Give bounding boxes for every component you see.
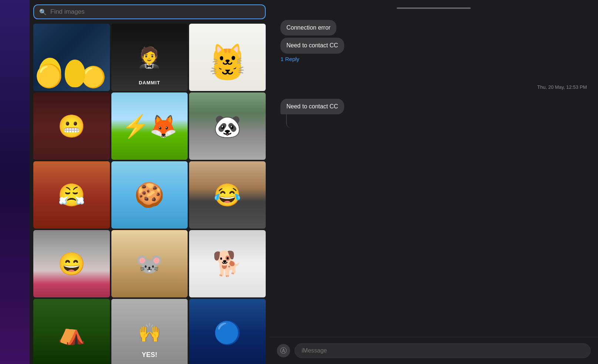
gif-search-input[interactable] xyxy=(50,8,260,16)
gif-item[interactable]: 🐕 xyxy=(189,230,266,297)
search-bar[interactable]: 🔍 xyxy=(33,4,266,19)
gif-pink-overlay: 😄 xyxy=(33,230,110,297)
gif-item[interactable]: 🐱 xyxy=(189,24,266,91)
gif-garfield-overlay: 🐱 xyxy=(189,24,266,91)
gif-item[interactable]: 😤 xyxy=(33,161,110,229)
gif-panda-overlay: 🐼 xyxy=(189,92,266,160)
gif-item[interactable]: ⚡🦊 xyxy=(111,92,188,160)
chat-input-area: Ⓐ xyxy=(269,337,598,364)
gif-item[interactable]: 🔵 xyxy=(189,299,266,364)
reply-link[interactable]: 1 Reply xyxy=(280,56,299,62)
gif-samoyed-overlay: 🐕 xyxy=(189,230,266,297)
gif-item[interactable]: 😄 xyxy=(33,230,110,297)
gif-blue-overlay: 🔵 xyxy=(189,299,266,364)
message-bubble-connection-error: Connection error xyxy=(280,20,336,36)
gif-laugh-overlay: 😂 xyxy=(189,161,266,229)
gif-minions-overlay: 🟡 🟡 xyxy=(33,24,110,91)
chat-messages: Connection error Need to contact CC 1 Re… xyxy=(269,0,598,337)
message-text: Need to contact CC xyxy=(286,103,338,109)
scroll-indicator xyxy=(397,7,471,9)
gif-pikachu-overlay: ⚡🦊 xyxy=(111,92,188,160)
message-bubble-received: Need to contact CC xyxy=(280,99,344,114)
gif-item[interactable]: 🙌 YES! xyxy=(111,299,188,364)
message-bubble-contact-cc: Need to contact CC xyxy=(280,38,344,53)
message-timestamp: Thu, 20 May, 12:53 PM xyxy=(280,84,587,90)
gif-item[interactable]: #FALLONTO 🤵 DAMMIT xyxy=(111,24,188,91)
gif-tent-overlay: ⛺ xyxy=(33,299,110,364)
app-store-button[interactable]: Ⓐ xyxy=(277,344,290,357)
gif-anime-overlay: 😤 xyxy=(33,161,110,229)
gif-item[interactable]: ⛺ xyxy=(33,299,110,364)
gif-item[interactable]: 🐭 xyxy=(111,230,188,297)
message-tail xyxy=(286,113,293,128)
gif-grid: 🟡 🟡 #FALLONTO 🤵 DAMMIT 🐱 😬 ⚡🦊 xyxy=(33,24,266,364)
sidebar xyxy=(0,0,30,364)
gif-item[interactable]: 🍪 xyxy=(111,161,188,229)
search-icon: 🔍 xyxy=(39,9,47,16)
chat-area: Connection error Need to contact CC 1 Re… xyxy=(269,0,598,364)
gif-panel: 🔍 🟡 🟡 #FALLONTO 🤵 DAMMIT 🐱 😬 xyxy=(30,0,269,364)
app-store-icon: Ⓐ xyxy=(280,346,287,355)
gif-item[interactable]: 🐼 xyxy=(189,92,266,160)
timestamp-text: Thu, 20 May, 12:53 PM xyxy=(537,84,587,90)
message-input[interactable] xyxy=(295,343,591,358)
reply-link-text: 1 Reply xyxy=(280,56,299,62)
gif-cookie-overlay: 🍪 xyxy=(111,161,188,229)
gif-yes-label: YES! xyxy=(142,351,157,359)
message-text: Need to contact CC xyxy=(286,42,338,48)
gif-mickey-overlay: 🐭 xyxy=(111,230,188,297)
message-text: Connection error xyxy=(286,24,330,31)
gif-item[interactable]: 🟡 🟡 xyxy=(33,24,110,91)
gif-item[interactable]: 😬 xyxy=(33,92,110,160)
gif-label: DAMMIT xyxy=(139,80,160,85)
gif-girl-overlay: 😬 xyxy=(33,92,110,160)
message-with-tail: Need to contact CC xyxy=(280,99,344,117)
gif-item[interactable]: 😂 xyxy=(189,161,266,229)
